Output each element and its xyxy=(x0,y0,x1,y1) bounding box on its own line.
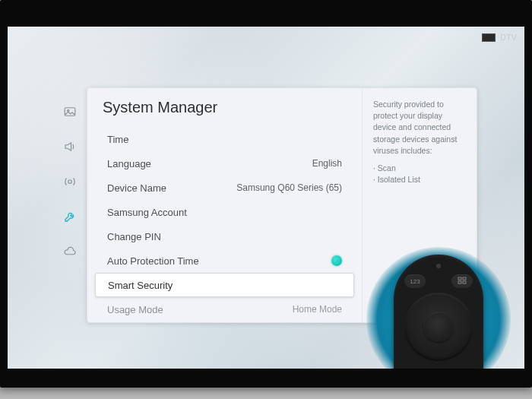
sidebar-item-broadcasting[interactable] xyxy=(56,168,84,195)
row-usage-mode[interactable]: Usage Mode Home Mode xyxy=(87,297,362,321)
page-title: System Manager xyxy=(87,99,362,124)
tv-frame: DTV xyxy=(0,0,532,388)
row-label: Smart Security xyxy=(108,280,173,291)
row-device-name[interactable]: Device Name Samsung Q60 Series (65) xyxy=(87,176,362,200)
svg-rect-6 xyxy=(463,281,466,283)
source-label: DTV xyxy=(500,33,517,42)
help-item: Isolated List xyxy=(373,174,466,185)
broadcasting-icon xyxy=(63,175,77,188)
support-cloud-icon xyxy=(63,245,77,258)
svg-rect-5 xyxy=(458,281,461,283)
help-text: Security provided to protect your displa… xyxy=(373,99,466,157)
remote-options-button[interactable] xyxy=(451,274,473,288)
row-label: Auto Protection Time xyxy=(107,255,199,267)
settings-list: Time Language English Device Name Samsun… xyxy=(87,127,362,321)
toggle-on-icon xyxy=(331,255,342,266)
svg-rect-3 xyxy=(458,277,461,280)
row-smart-security[interactable]: Smart Security xyxy=(95,273,354,297)
svg-rect-4 xyxy=(463,277,466,280)
row-label: Time xyxy=(107,134,128,145)
row-value: English xyxy=(312,158,342,169)
options-icon xyxy=(458,277,467,286)
row-label: Device Name xyxy=(107,182,166,194)
wrench-icon xyxy=(63,210,77,223)
sidebar-item-picture[interactable] xyxy=(56,98,84,125)
tv-screen: DTV xyxy=(8,27,524,369)
sidebar-item-general[interactable] xyxy=(56,203,84,230)
sidebar-item-support[interactable] xyxy=(56,238,84,265)
row-value: Samsung Q60 Series (65) xyxy=(236,182,342,193)
remote-dpad[interactable] xyxy=(404,293,473,361)
row-change-pin[interactable]: Change PIN xyxy=(87,224,362,249)
row-language[interactable]: Language English xyxy=(87,151,362,176)
row-label: Change PIN xyxy=(107,231,161,242)
picture-icon xyxy=(63,105,77,119)
remote-numpad-button[interactable]: 123 xyxy=(404,274,426,288)
row-value: Home Mode xyxy=(293,304,342,315)
svg-point-2 xyxy=(68,180,72,184)
help-item: Scan xyxy=(373,163,466,174)
sidebar-item-sound[interactable] xyxy=(56,133,84,160)
row-label: Usage Mode xyxy=(107,304,163,315)
status-bar: DTV xyxy=(482,33,517,42)
remote-control: 123 ↶ ⌂ ▷❙❙ xyxy=(394,255,483,369)
row-auto-protection-time[interactable]: Auto Protection Time xyxy=(87,249,362,273)
svg-rect-0 xyxy=(65,108,75,116)
source-indicator-icon xyxy=(482,33,496,42)
row-label: Language xyxy=(107,158,151,169)
row-samsung-account[interactable]: Samsung Account xyxy=(87,200,362,224)
numpad-label: 123 xyxy=(410,278,420,285)
row-time[interactable]: Time xyxy=(87,127,362,151)
settings-main: System Manager Time Language English Dev… xyxy=(87,88,363,322)
mic-icon xyxy=(436,264,441,268)
sidebar-rail xyxy=(53,87,87,323)
help-list: Scan Isolated List xyxy=(373,163,466,185)
sound-icon xyxy=(63,140,77,154)
row-label: Samsung Account xyxy=(107,207,187,218)
